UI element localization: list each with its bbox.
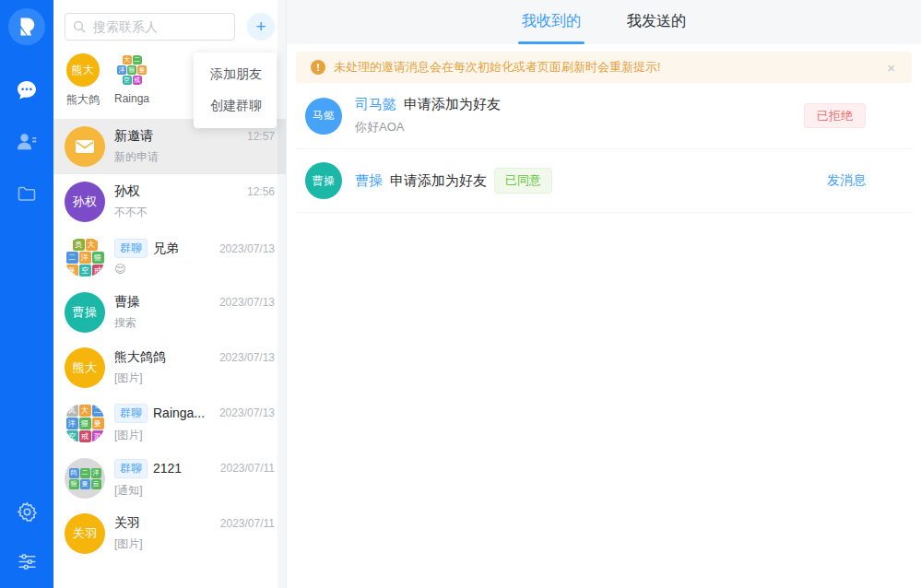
settings-icon[interactable]	[15, 500, 39, 523]
request-message: 你好AOA	[355, 119, 791, 135]
requester-name[interactable]: 司马懿	[355, 96, 396, 113]
avatar-cell: 狠	[69, 479, 79, 489]
conversation-item[interactable]: 关羽关羽2023/07/11[图片]	[53, 506, 286, 561]
conversation-time: 2023/07/13	[219, 351, 275, 364]
tab-received[interactable]: 我收到的	[518, 0, 584, 44]
menu-add-friend[interactable]: 添加朋友	[194, 59, 277, 90]
tabs-bar: 我收到的我发送的	[287, 0, 921, 44]
conversation-title: 熊大鸽鸽	[114, 349, 166, 366]
search-contacts-input[interactable]	[65, 13, 235, 41]
logo-icon	[17, 16, 37, 38]
conversation-time: 12:57	[247, 130, 275, 143]
request-action-text: 申请添加为好友	[404, 96, 501, 113]
chat-icon[interactable]	[15, 78, 39, 102]
group-tag: 群聊	[114, 404, 148, 423]
conversation-subtitle: [通知]	[114, 483, 275, 499]
conversation-subtitle: 新的申请	[114, 149, 275, 165]
avatar: 熊大	[65, 347, 105, 388]
conversation-item[interactable]: 员大二洋狠曼空戒群聊兄弟2023/07/13😌	[53, 229, 286, 285]
avatar-cell: 狠	[127, 65, 136, 75]
conversation-title: 2121	[153, 461, 182, 476]
avatar-cell: 员	[73, 239, 85, 251]
folder-icon[interactable]	[15, 182, 39, 206]
request-action-text: 申请添加为好友	[390, 172, 487, 190]
conversation-time: 2023/07/13	[219, 242, 275, 255]
conversation-title: 关羽	[114, 515, 140, 532]
close-icon[interactable]: ×	[885, 60, 897, 76]
contact-name: 熊大鸽	[66, 92, 100, 108]
conversation-subtitle: 😌	[114, 263, 275, 276]
conversation-time: 2023/07/11	[220, 462, 275, 475]
avatar: 凤大二洋狠曼空戒蛩	[65, 403, 105, 443]
avatar: 曹操	[65, 292, 105, 333]
avatar-cell: 二	[133, 55, 142, 65]
app-logo[interactable]	[8, 8, 45, 45]
main-content: 我收到的我发送的 ! 未处理的邀请消息会在每次初始化或者页面刷新时会重新提示! …	[286, 0, 921, 588]
requester-name[interactable]: 曹操	[355, 172, 383, 190]
conversation-item[interactable]: 熊大熊大鸽鸽2023/07/13[图片]	[53, 340, 286, 395]
avatar-cell: 二	[66, 252, 78, 264]
conversation-subtitle: [图片]	[114, 536, 275, 552]
avatar: 鸽二洋狠曼云	[65, 458, 105, 499]
avatar-cell: 空	[123, 76, 132, 85]
avatar: 关羽	[65, 513, 105, 554]
conversation-subtitle: [图片]	[114, 428, 275, 443]
filters-icon[interactable]	[15, 549, 39, 573]
conversation-subtitle: 搜索	[114, 315, 275, 331]
panel-header: +	[53, 0, 286, 52]
avatar-cell: 洋	[79, 252, 91, 264]
warning-banner: ! 未处理的邀请消息会在每次初始化或者页面刷新时会重新提示! ×	[296, 52, 912, 83]
conversation-time: 2023/07/11	[220, 517, 275, 530]
avatar-cell: 曼	[137, 65, 147, 75]
avatar-cell: 狠	[79, 417, 91, 429]
conversation-item[interactable]: 曹操曹操2023/07/13搜索	[53, 285, 286, 340]
avatar-cell: 戒	[92, 265, 104, 276]
avatar-cell: 大	[86, 239, 98, 251]
avatar-cell: 曼	[80, 479, 90, 489]
friend-requests: 马懿司马懿申请添加为好友你好AOA已拒绝曹操曹操申请添加为好友已同意发消息	[287, 83, 921, 213]
tab-sent[interactable]: 我发送的	[623, 0, 690, 44]
quick-contact[interactable]: 熊大熊大鸽	[66, 53, 100, 108]
avatar-cell: 凤	[66, 405, 78, 417]
avatar-cell: 大	[79, 405, 91, 417]
group-tag: 群聊	[114, 239, 148, 258]
status-badge: 已拒绝	[804, 103, 866, 128]
avatar-cell: 戒	[133, 76, 142, 85]
conversation-item[interactable]: 鸽二洋狠曼云群聊21212023/07/11[通知]	[53, 451, 286, 506]
avatar-cell: 蛩	[92, 430, 104, 442]
contacts-icon[interactable]	[15, 130, 39, 154]
friend-request-row: 曹操曹操申请添加为好友已同意发消息	[296, 149, 912, 213]
conversation-subtitle: [图片]	[114, 370, 275, 386]
avatar: 马懿	[305, 98, 342, 135]
status-badge: 已同意	[494, 168, 552, 194]
conversation-subtitle: 不不不	[114, 205, 275, 220]
avatar: 员大二洋狠曼空戒	[65, 237, 105, 277]
conversation-title: 兄弟	[153, 241, 179, 257]
avatar-cell: 曼	[92, 417, 104, 429]
avatar-cell: 空	[66, 430, 78, 442]
avatar-cell: 洋	[91, 468, 101, 478]
conversation-list: 新邀请12:57新的申请孙权孙权12:56不不不员大二洋狠曼空戒群聊兄弟2023…	[53, 119, 286, 561]
conversation-item[interactable]: 凤大二洋狠曼空戒蛩群聊Rainga...2023/07/13[图片]	[53, 395, 286, 451]
menu-create-group[interactable]: 创建群聊	[194, 90, 277, 122]
avatar-cell: 洋	[66, 417, 78, 429]
avatar-cell: 云	[91, 479, 101, 489]
conversation-item[interactable]: 孙权孙权12:56不不不	[53, 174, 286, 229]
conversation-title: Rainga...	[153, 406, 205, 420]
add-button[interactable]: +	[247, 13, 275, 41]
avatar-cell: 戒	[79, 430, 91, 442]
add-menu: 添加朋友创建群聊	[194, 53, 277, 128]
warning-icon: !	[311, 60, 325, 75]
avatar-cell: 二	[80, 468, 90, 478]
conversation-title: 曹操	[114, 294, 140, 311]
avatar: 大二洋狠曼空戒	[115, 53, 148, 87]
quick-contact[interactable]: 大二洋狠曼空戒Rainga	[114, 53, 149, 108]
search-icon	[73, 20, 86, 33]
contacts-scrollbar-track	[277, 0, 286, 588]
contact-name: Rainga	[114, 92, 149, 105]
avatar-cell: 大	[123, 55, 132, 65]
conversation-time: 2023/07/13	[219, 296, 275, 309]
avatar-cell: 曼	[66, 265, 78, 276]
avatar: 熊大	[66, 53, 100, 87]
send-message-link[interactable]: 发消息	[827, 172, 866, 187]
